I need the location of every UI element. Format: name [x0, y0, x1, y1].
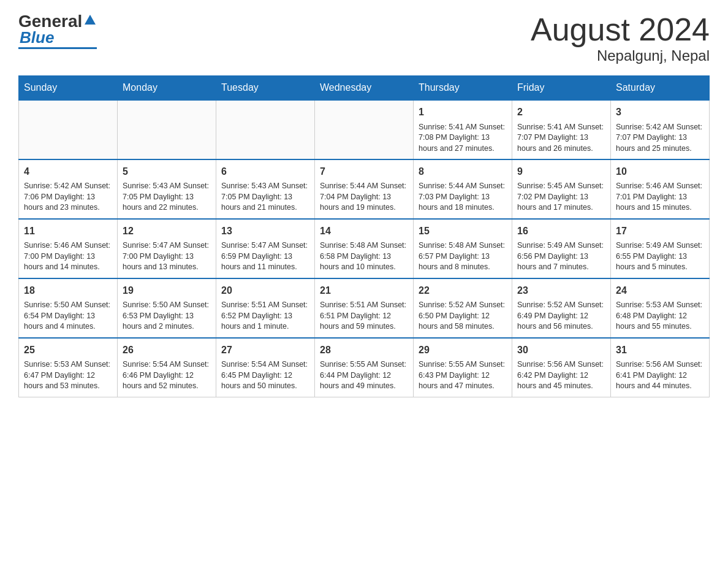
day-number-23: 23	[517, 284, 605, 297]
calendar-cell-w5-d2: 26Sunrise: 5:54 AM Sunset: 6:46 PM Dayli…	[118, 338, 216, 397]
week-row-5: 25Sunrise: 5:53 AM Sunset: 6:47 PM Dayli…	[19, 338, 710, 397]
calendar-cell-w3-d6: 16Sunrise: 5:49 AM Sunset: 6:56 PM Dayli…	[512, 219, 611, 278]
day-info-3: Sunrise: 5:42 AM Sunset: 7:07 PM Dayligh…	[616, 122, 704, 155]
day-number-3: 3	[616, 105, 704, 119]
day-info-17: Sunrise: 5:49 AM Sunset: 6:55 PM Dayligh…	[616, 240, 704, 273]
header-saturday: Saturday	[611, 76, 710, 101]
calendar-cell-w5-d7: 31Sunrise: 5:56 AM Sunset: 6:41 PM Dayli…	[611, 338, 710, 397]
calendar-cell-w1-d4	[315, 100, 414, 159]
day-number-26: 26	[123, 343, 211, 357]
day-number-13: 13	[221, 224, 309, 238]
calendar-cell-w2-d4: 7Sunrise: 5:44 AM Sunset: 7:04 PM Daylig…	[315, 159, 414, 219]
calendar-cell-w2-d7: 10Sunrise: 5:46 AM Sunset: 7:01 PM Dayli…	[611, 159, 710, 219]
day-number-6: 6	[221, 165, 309, 178]
calendar-cell-w3-d7: 17Sunrise: 5:49 AM Sunset: 6:55 PM Dayli…	[611, 219, 710, 278]
logo-underline	[18, 47, 97, 49]
calendar-cell-w2-d2: 5Sunrise: 5:43 AM Sunset: 7:05 PM Daylig…	[118, 159, 216, 219]
calendar-cell-w5-d1: 25Sunrise: 5:53 AM Sunset: 6:47 PM Dayli…	[19, 338, 118, 397]
day-info-10: Sunrise: 5:46 AM Sunset: 7:01 PM Dayligh…	[616, 181, 704, 213]
day-info-9: Sunrise: 5:45 AM Sunset: 7:02 PM Dayligh…	[517, 181, 605, 213]
day-info-15: Sunrise: 5:48 AM Sunset: 6:57 PM Dayligh…	[419, 240, 507, 273]
day-number-21: 21	[320, 284, 408, 297]
day-number-19: 19	[123, 284, 211, 297]
calendar-cell-w5-d6: 30Sunrise: 5:56 AM Sunset: 6:42 PM Dayli…	[512, 338, 611, 397]
day-number-31: 31	[616, 343, 704, 357]
title-section: August 2024 Nepalgunj, Nepal	[531, 12, 710, 64]
day-number-8: 8	[419, 165, 507, 178]
svg-marker-0	[85, 15, 96, 25]
calendar-subtitle: Nepalgunj, Nepal	[531, 47, 710, 64]
calendar-cell-w1-d1	[19, 100, 118, 159]
calendar-cell-w4-d1: 18Sunrise: 5:50 AM Sunset: 6:54 PM Dayli…	[19, 278, 118, 338]
calendar-cell-w2-d5: 8Sunrise: 5:44 AM Sunset: 7:03 PM Daylig…	[414, 159, 512, 219]
calendar-cell-w5-d4: 28Sunrise: 5:55 AM Sunset: 6:44 PM Dayli…	[315, 338, 414, 397]
day-info-30: Sunrise: 5:56 AM Sunset: 6:42 PM Dayligh…	[517, 359, 605, 392]
calendar-cell-w3-d1: 11Sunrise: 5:46 AM Sunset: 7:00 PM Dayli…	[19, 219, 118, 278]
calendar-cell-w3-d3: 13Sunrise: 5:47 AM Sunset: 6:59 PM Dayli…	[216, 219, 315, 278]
day-info-25: Sunrise: 5:53 AM Sunset: 6:47 PM Dayligh…	[24, 359, 112, 392]
day-number-20: 20	[221, 284, 309, 297]
week-row-4: 18Sunrise: 5:50 AM Sunset: 6:54 PM Dayli…	[19, 278, 710, 338]
day-number-17: 17	[616, 224, 704, 238]
day-info-6: Sunrise: 5:43 AM Sunset: 7:05 PM Dayligh…	[221, 181, 309, 213]
logo: General Blue	[18, 12, 97, 49]
day-info-24: Sunrise: 5:53 AM Sunset: 6:48 PM Dayligh…	[616, 300, 704, 332]
day-info-26: Sunrise: 5:54 AM Sunset: 6:46 PM Dayligh…	[123, 359, 211, 392]
calendar-cell-w1-d6: 2Sunrise: 5:41 AM Sunset: 7:07 PM Daylig…	[512, 100, 611, 159]
calendar-cell-w2-d6: 9Sunrise: 5:45 AM Sunset: 7:02 PM Daylig…	[512, 159, 611, 219]
day-number-10: 10	[616, 165, 704, 178]
day-number-30: 30	[517, 343, 605, 357]
day-info-2: Sunrise: 5:41 AM Sunset: 7:07 PM Dayligh…	[517, 122, 605, 155]
calendar-cell-w1-d7: 3Sunrise: 5:42 AM Sunset: 7:07 PM Daylig…	[611, 100, 710, 159]
calendar-cell-w3-d5: 15Sunrise: 5:48 AM Sunset: 6:57 PM Dayli…	[414, 219, 512, 278]
day-number-18: 18	[24, 284, 112, 297]
day-info-19: Sunrise: 5:50 AM Sunset: 6:53 PM Dayligh…	[123, 300, 211, 332]
calendar-cell-w4-d6: 23Sunrise: 5:52 AM Sunset: 6:49 PM Dayli…	[512, 278, 611, 338]
calendar-cell-w4-d5: 22Sunrise: 5:52 AM Sunset: 6:50 PM Dayli…	[414, 278, 512, 338]
day-number-25: 25	[24, 343, 112, 357]
header-wednesday: Wednesday	[315, 76, 414, 101]
day-info-28: Sunrise: 5:55 AM Sunset: 6:44 PM Dayligh…	[320, 359, 408, 392]
day-number-14: 14	[320, 224, 408, 238]
calendar-cell-w5-d5: 29Sunrise: 5:55 AM Sunset: 6:43 PM Dayli…	[414, 338, 512, 397]
day-info-16: Sunrise: 5:49 AM Sunset: 6:56 PM Dayligh…	[517, 240, 605, 273]
week-row-2: 4Sunrise: 5:42 AM Sunset: 7:06 PM Daylig…	[19, 159, 710, 219]
day-number-7: 7	[320, 165, 408, 178]
calendar-cell-w3-d4: 14Sunrise: 5:48 AM Sunset: 6:58 PM Dayli…	[315, 219, 414, 278]
header-sunday: Sunday	[19, 76, 118, 101]
calendar-title: August 2024	[531, 12, 710, 47]
calendar-cell-w1-d2	[118, 100, 216, 159]
day-info-5: Sunrise: 5:43 AM Sunset: 7:05 PM Dayligh…	[123, 181, 211, 213]
day-info-14: Sunrise: 5:48 AM Sunset: 6:58 PM Dayligh…	[320, 240, 408, 273]
day-info-22: Sunrise: 5:52 AM Sunset: 6:50 PM Dayligh…	[419, 300, 507, 332]
day-info-1: Sunrise: 5:41 AM Sunset: 7:08 PM Dayligh…	[419, 122, 507, 155]
calendar-cell-w4-d4: 21Sunrise: 5:51 AM Sunset: 6:51 PM Dayli…	[315, 278, 414, 338]
calendar-cell-w4-d2: 19Sunrise: 5:50 AM Sunset: 6:53 PM Dayli…	[118, 278, 216, 338]
weekday-header-row: Sunday Monday Tuesday Wednesday Thursday…	[19, 76, 710, 101]
day-number-15: 15	[419, 224, 507, 238]
calendar-cell-w1-d3	[216, 100, 315, 159]
logo-triangle-icon	[83, 13, 97, 27]
day-info-27: Sunrise: 5:54 AM Sunset: 6:45 PM Dayligh…	[221, 359, 309, 392]
header-thursday: Thursday	[414, 76, 512, 101]
day-number-29: 29	[419, 343, 507, 357]
day-number-2: 2	[517, 105, 605, 119]
calendar-table: Sunday Monday Tuesday Wednesday Thursday…	[18, 75, 710, 397]
calendar-cell-w4-d3: 20Sunrise: 5:51 AM Sunset: 6:52 PM Dayli…	[216, 278, 315, 338]
week-row-1: 1Sunrise: 5:41 AM Sunset: 7:08 PM Daylig…	[19, 100, 710, 159]
day-number-16: 16	[517, 224, 605, 238]
day-info-11: Sunrise: 5:46 AM Sunset: 7:00 PM Dayligh…	[24, 240, 112, 273]
header-monday: Monday	[118, 76, 216, 101]
calendar-cell-w2-d1: 4Sunrise: 5:42 AM Sunset: 7:06 PM Daylig…	[19, 159, 118, 219]
header-friday: Friday	[512, 76, 611, 101]
day-info-4: Sunrise: 5:42 AM Sunset: 7:06 PM Dayligh…	[24, 181, 112, 213]
page-header: General Blue August 2024 Nepalgunj, Nepa…	[18, 12, 710, 64]
logo-blue-text: Blue	[20, 29, 54, 47]
day-info-7: Sunrise: 5:44 AM Sunset: 7:04 PM Dayligh…	[320, 181, 408, 213]
day-number-22: 22	[419, 284, 507, 297]
week-row-3: 11Sunrise: 5:46 AM Sunset: 7:00 PM Dayli…	[19, 219, 710, 278]
calendar-cell-w4-d7: 24Sunrise: 5:53 AM Sunset: 6:48 PM Dayli…	[611, 278, 710, 338]
day-info-23: Sunrise: 5:52 AM Sunset: 6:49 PM Dayligh…	[517, 300, 605, 332]
day-info-21: Sunrise: 5:51 AM Sunset: 6:51 PM Dayligh…	[320, 300, 408, 332]
calendar-cell-w5-d3: 27Sunrise: 5:54 AM Sunset: 6:45 PM Dayli…	[216, 338, 315, 397]
